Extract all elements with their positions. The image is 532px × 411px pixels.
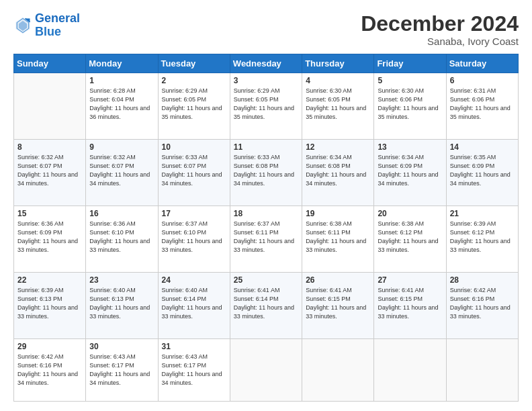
calendar-cell: 27 Sunrise: 6:41 AMSunset: 6:15 PMDaylig…	[374, 272, 446, 338]
day-number: 9	[89, 142, 154, 152]
calendar-cell: 31 Sunrise: 6:43 AMSunset: 6:17 PMDaylig…	[158, 338, 230, 401]
logo-text: General Blue	[35, 12, 80, 39]
calendar-cell: 9 Sunrise: 6:32 AMSunset: 6:07 PMDayligh…	[86, 140, 158, 206]
calendar-cell: 5 Sunrise: 6:30 AMSunset: 6:06 PMDayligh…	[374, 73, 446, 140]
calendar-cell: 11 Sunrise: 6:33 AMSunset: 6:08 PMDaylig…	[230, 140, 302, 206]
weekday-header: Wednesday	[230, 54, 302, 73]
day-number: 11	[234, 142, 298, 152]
cell-details: Sunrise: 6:39 AMSunset: 6:13 PMDaylight:…	[17, 287, 78, 320]
calendar-cell: 4 Sunrise: 6:30 AMSunset: 6:05 PMDayligh…	[302, 73, 374, 140]
calendar-cell: 18 Sunrise: 6:37 AMSunset: 6:11 PMDaylig…	[230, 206, 302, 273]
cell-details: Sunrise: 6:28 AMSunset: 6:04 PMDaylight:…	[89, 87, 150, 120]
calendar-cell: 19 Sunrise: 6:38 AMSunset: 6:11 PMDaylig…	[302, 206, 374, 273]
cell-details: Sunrise: 6:40 AMSunset: 6:14 PMDaylight:…	[162, 287, 222, 320]
day-number: 19	[306, 209, 370, 218]
calendar-cell: 30 Sunrise: 6:43 AMSunset: 6:17 PMDaylig…	[86, 338, 158, 401]
calendar-cell: 1 Sunrise: 6:28 AMSunset: 6:04 PMDayligh…	[86, 73, 158, 140]
cell-details: Sunrise: 6:42 AMSunset: 6:16 PMDaylight:…	[17, 353, 78, 386]
calendar-cell: 23 Sunrise: 6:40 AMSunset: 6:13 PMDaylig…	[86, 272, 158, 338]
cell-details: Sunrise: 6:37 AMSunset: 6:11 PMDaylight:…	[234, 220, 294, 253]
calendar-cell	[302, 338, 374, 401]
calendar-cell: 29 Sunrise: 6:42 AMSunset: 6:16 PMDaylig…	[14, 338, 86, 401]
calendar-cell	[374, 338, 446, 401]
calendar-cell: 15 Sunrise: 6:36 AMSunset: 6:09 PMDaylig…	[14, 206, 86, 273]
cell-details: Sunrise: 6:42 AMSunset: 6:16 PMDaylight:…	[450, 287, 511, 320]
calendar-cell: 14 Sunrise: 6:35 AMSunset: 6:09 PMDaylig…	[446, 140, 518, 206]
calendar-cell: 17 Sunrise: 6:37 AMSunset: 6:10 PMDaylig…	[158, 206, 230, 273]
day-number: 4	[306, 76, 370, 85]
cell-details: Sunrise: 6:32 AMSunset: 6:07 PMDaylight:…	[89, 154, 150, 187]
calendar-cell: 22 Sunrise: 6:39 AMSunset: 6:13 PMDaylig…	[14, 272, 86, 338]
calendar-cell: 28 Sunrise: 6:42 AMSunset: 6:16 PMDaylig…	[446, 272, 518, 338]
cell-details: Sunrise: 6:33 AMSunset: 6:08 PMDaylight:…	[234, 154, 294, 187]
day-number: 5	[378, 76, 442, 85]
title-block: December 2024 Sanaba, Ivory Coast	[361, 12, 519, 47]
day-number: 27	[378, 275, 442, 285]
cell-details: Sunrise: 6:43 AMSunset: 6:17 PMDaylight:…	[162, 353, 222, 386]
cell-details: Sunrise: 6:31 AMSunset: 6:06 PMDaylight:…	[450, 87, 511, 120]
day-number: 1	[89, 76, 154, 85]
calendar-cell: 16 Sunrise: 6:36 AMSunset: 6:10 PMDaylig…	[86, 206, 158, 273]
day-number: 29	[17, 342, 82, 351]
day-number: 17	[162, 209, 226, 218]
day-number: 2	[162, 76, 226, 85]
calendar-cell: 20 Sunrise: 6:38 AMSunset: 6:12 PMDaylig…	[374, 206, 446, 273]
page: General Blue December 2024 Sanaba, Ivory…	[0, 0, 532, 411]
calendar-cell: 25 Sunrise: 6:41 AMSunset: 6:14 PMDaylig…	[230, 272, 302, 338]
day-number: 30	[89, 342, 154, 351]
calendar-cell	[230, 338, 302, 401]
calendar-cell: 8 Sunrise: 6:32 AMSunset: 6:07 PMDayligh…	[14, 140, 86, 206]
calendar-cell	[14, 73, 86, 140]
weekday-header: Tuesday	[158, 54, 230, 73]
cell-details: Sunrise: 6:41 AMSunset: 6:15 PMDaylight:…	[306, 287, 366, 320]
weekday-header: Friday	[374, 54, 446, 73]
cell-details: Sunrise: 6:34 AMSunset: 6:09 PMDaylight:…	[378, 154, 438, 187]
cell-details: Sunrise: 6:30 AMSunset: 6:06 PMDaylight:…	[378, 87, 438, 120]
day-number: 13	[378, 142, 442, 152]
day-number: 14	[450, 142, 515, 152]
calendar-cell: 10 Sunrise: 6:33 AMSunset: 6:07 PMDaylig…	[158, 140, 230, 206]
month-title: December 2024	[361, 12, 519, 36]
day-number: 15	[17, 209, 82, 218]
calendar-cell: 12 Sunrise: 6:34 AMSunset: 6:08 PMDaylig…	[302, 140, 374, 206]
cell-details: Sunrise: 6:36 AMSunset: 6:09 PMDaylight:…	[17, 220, 78, 253]
day-number: 12	[306, 142, 370, 152]
day-number: 16	[89, 209, 154, 218]
cell-details: Sunrise: 6:40 AMSunset: 6:13 PMDaylight:…	[89, 287, 150, 320]
weekday-header: Saturday	[446, 54, 518, 73]
day-number: 3	[234, 76, 298, 85]
cell-details: Sunrise: 6:32 AMSunset: 6:07 PMDaylight:…	[17, 154, 78, 187]
day-number: 18	[234, 209, 298, 218]
day-number: 21	[450, 209, 515, 218]
day-number: 8	[17, 142, 82, 152]
cell-details: Sunrise: 6:34 AMSunset: 6:08 PMDaylight:…	[306, 154, 366, 187]
cell-details: Sunrise: 6:35 AMSunset: 6:09 PMDaylight:…	[450, 154, 511, 187]
day-number: 31	[162, 342, 226, 351]
location-subtitle: Sanaba, Ivory Coast	[361, 36, 519, 47]
cell-details: Sunrise: 6:43 AMSunset: 6:17 PMDaylight:…	[89, 353, 150, 386]
calendar-cell: 2 Sunrise: 6:29 AMSunset: 6:05 PMDayligh…	[158, 73, 230, 140]
calendar-cell: 21 Sunrise: 6:39 AMSunset: 6:12 PMDaylig…	[446, 206, 518, 273]
calendar-cell: 6 Sunrise: 6:31 AMSunset: 6:06 PMDayligh…	[446, 73, 518, 140]
day-number: 20	[378, 209, 442, 218]
cell-details: Sunrise: 6:37 AMSunset: 6:10 PMDaylight:…	[162, 220, 222, 253]
logo-icon	[13, 16, 32, 35]
calendar-table: SundayMondayTuesdayWednesdayThursdayFrid…	[13, 54, 519, 402]
day-number: 24	[162, 275, 226, 285]
day-number: 6	[450, 76, 515, 85]
day-number: 28	[450, 275, 515, 285]
weekday-header: Sunday	[14, 54, 86, 73]
cell-details: Sunrise: 6:36 AMSunset: 6:10 PMDaylight:…	[89, 220, 150, 253]
cell-details: Sunrise: 6:38 AMSunset: 6:11 PMDaylight:…	[306, 220, 366, 253]
logo: General Blue	[13, 12, 80, 39]
cell-details: Sunrise: 6:29 AMSunset: 6:05 PMDaylight:…	[162, 87, 222, 120]
weekday-header: Thursday	[302, 54, 374, 73]
day-number: 26	[306, 275, 370, 285]
header: General Blue December 2024 Sanaba, Ivory…	[13, 12, 519, 47]
calendar-cell: 26 Sunrise: 6:41 AMSunset: 6:15 PMDaylig…	[302, 272, 374, 338]
cell-details: Sunrise: 6:33 AMSunset: 6:07 PMDaylight:…	[162, 154, 222, 187]
cell-details: Sunrise: 6:41 AMSunset: 6:14 PMDaylight:…	[234, 287, 294, 320]
cell-details: Sunrise: 6:38 AMSunset: 6:12 PMDaylight:…	[378, 220, 438, 253]
calendar-cell: 13 Sunrise: 6:34 AMSunset: 6:09 PMDaylig…	[374, 140, 446, 206]
day-number: 22	[17, 275, 82, 285]
